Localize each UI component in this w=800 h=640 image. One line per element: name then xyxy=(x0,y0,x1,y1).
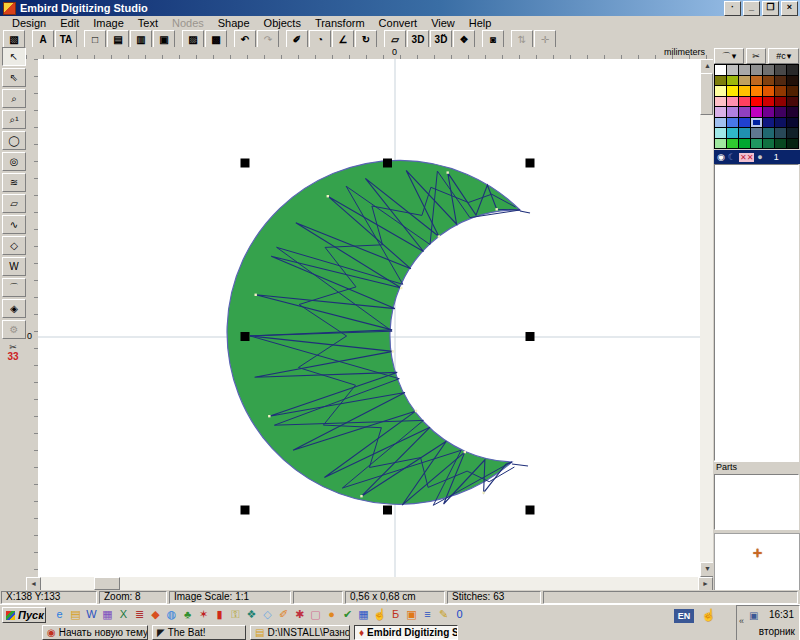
object-list-row[interactable]: ◉ ☾ ✕✕ ● 1 xyxy=(714,150,800,164)
internet-explorer-icon[interactable]: e xyxy=(52,607,67,622)
plant-icon[interactable]: ♣ xyxy=(180,607,195,622)
palette-color-3-3[interactable] xyxy=(751,97,762,107)
ql-icon-7[interactable]: ◆ xyxy=(148,607,163,622)
selection-handle[interactable] xyxy=(526,332,535,341)
palette-color-2-3[interactable] xyxy=(751,86,762,96)
palette-color-2-1[interactable] xyxy=(727,86,738,96)
palette-color-2-4[interactable] xyxy=(763,86,774,96)
horizontal-scroll-thumb[interactable] xyxy=(94,577,120,590)
tray-collapse-icon[interactable]: « xyxy=(739,616,744,626)
palette-color-4-3[interactable] xyxy=(751,107,762,117)
palette-color-6-1[interactable] xyxy=(727,128,738,138)
visibility-eye-icon[interactable]: ◉ xyxy=(717,152,725,162)
task-explorer[interactable]: ▤D:\INSTALL\Разное\Embird xyxy=(250,625,350,640)
palette-color-4-0[interactable] xyxy=(715,107,726,117)
vertical-scroll-thumb[interactable] xyxy=(700,73,713,115)
folder-icon[interactable]: ▤ xyxy=(68,607,83,622)
close-button[interactable]: × xyxy=(781,1,798,16)
palette-color-7-4[interactable] xyxy=(763,139,774,149)
menu-design[interactable]: Design xyxy=(5,17,53,30)
palette-color-7-6[interactable] xyxy=(787,139,798,149)
parts-list[interactable] xyxy=(714,474,799,530)
node-select-tool[interactable]: ⇖ xyxy=(2,68,26,87)
menu-transform[interactable]: Transform xyxy=(308,17,372,30)
design-canvas[interactable] xyxy=(38,59,700,577)
bluetooth-icon[interactable]: 0 xyxy=(452,607,467,622)
menu-objects[interactable]: Objects xyxy=(257,17,308,30)
palette-color-6-3[interactable] xyxy=(751,128,762,138)
palette-color-6-6[interactable] xyxy=(787,128,798,138)
horizontal-scrollbar[interactable]: ◄ ► xyxy=(26,577,713,590)
palette-color-6-2[interactable] xyxy=(739,128,750,138)
tray-clock[interactable]: 16:31 xyxy=(769,609,794,620)
palette-color-1-3[interactable] xyxy=(751,76,762,86)
menu-text[interactable]: Text xyxy=(131,17,165,30)
palette-color-2-5[interactable] xyxy=(775,86,786,96)
object-x-icon[interactable]: ✕✕ xyxy=(739,153,754,162)
border-shape-tool[interactable]: ∿ xyxy=(2,215,26,234)
object-lock-icon[interactable]: ● xyxy=(757,152,762,162)
palette-color-3-0[interactable] xyxy=(715,97,726,107)
selection-handle[interactable] xyxy=(241,506,250,515)
palette-color-1-1[interactable] xyxy=(727,76,738,86)
menu-edit[interactable]: Edit xyxy=(53,17,86,30)
minimize-button[interactable]: _ xyxy=(743,1,760,16)
selection-handle[interactable] xyxy=(241,159,250,168)
menu-image[interactable]: Image xyxy=(86,17,131,30)
palette-color-4-4[interactable] xyxy=(763,107,774,117)
manual-stitch-tool[interactable]: ◈ xyxy=(2,299,26,318)
object-list[interactable] xyxy=(714,164,799,461)
zoom-tool[interactable]: ⌕ xyxy=(2,89,26,108)
column-shape-tool[interactable]: ▱ xyxy=(2,194,26,213)
start-button[interactable]: Пуск xyxy=(2,607,46,623)
palette-color-6-5[interactable] xyxy=(775,128,786,138)
pencil-icon[interactable]: ✐ xyxy=(276,607,291,622)
palette-color-5-1[interactable] xyxy=(727,118,738,128)
palette-color-1-5[interactable] xyxy=(775,76,786,86)
ql-icon-11[interactable]: ▮ xyxy=(212,607,227,622)
palette-color-3-2[interactable] xyxy=(739,97,750,107)
selection-handle[interactable] xyxy=(383,506,392,515)
freehand-lines-tool[interactable]: ≋ xyxy=(2,173,26,192)
palette-color-1-6[interactable] xyxy=(787,76,798,86)
frontpage-icon[interactable]: ▦ xyxy=(100,607,115,622)
palette-color-2-2[interactable] xyxy=(739,86,750,96)
palette-color-5-3[interactable] xyxy=(751,118,762,128)
palette-color-1-4[interactable] xyxy=(763,76,774,86)
snowflake-icon[interactable]: ✱ xyxy=(292,607,307,622)
palette-color-5-5[interactable] xyxy=(775,118,786,128)
palette-color-5-4[interactable] xyxy=(763,118,774,128)
palette-color-6-4[interactable] xyxy=(763,128,774,138)
task-embird[interactable]: ♦Embird Digitizing Stud... xyxy=(354,625,458,640)
palette-color-2-6[interactable] xyxy=(787,86,798,96)
menu-shape[interactable]: Shape xyxy=(211,17,257,30)
menu-convert[interactable]: Convert xyxy=(372,17,425,30)
region-shape-tool[interactable]: ◇ xyxy=(2,236,26,255)
select-tool[interactable]: ↖ xyxy=(2,47,26,66)
excel-icon[interactable]: X xyxy=(116,607,131,622)
star-icon[interactable]: ✶ xyxy=(196,607,211,622)
selection-handle[interactable] xyxy=(526,506,535,515)
palette-color-2-0[interactable] xyxy=(715,86,726,96)
selection-handle[interactable] xyxy=(526,159,535,168)
zigzag-tool[interactable]: W xyxy=(2,257,26,276)
palette-color-0-3[interactable] xyxy=(751,65,762,75)
palette-color-6-0[interactable] xyxy=(715,128,726,138)
palette-color-3-5[interactable] xyxy=(775,97,786,107)
palette-color-4-6[interactable] xyxy=(787,107,798,117)
palette-color-4-5[interactable] xyxy=(775,107,786,117)
outline-shape-tool[interactable]: ◎ xyxy=(2,152,26,171)
word-icon[interactable]: W xyxy=(84,607,99,622)
diamond-icon[interactable]: ◇ xyxy=(260,607,275,622)
selection-handle[interactable] xyxy=(383,159,392,168)
palette-color-5-2[interactable] xyxy=(739,118,750,128)
palette-color-0-4[interactable] xyxy=(763,65,774,75)
palette-icon[interactable]: ❖ xyxy=(244,607,259,622)
palette-color-3-4[interactable] xyxy=(763,97,774,107)
check-icon[interactable]: ✔ xyxy=(340,607,355,622)
palette-color-0-0[interactable] xyxy=(715,65,726,75)
palette-color-7-3[interactable] xyxy=(751,139,762,149)
palette-color-5-6[interactable] xyxy=(787,118,798,128)
task-thebat[interactable]: ◤The Bat! xyxy=(152,625,246,640)
ql-icon-23[interactable]: ▣ xyxy=(404,607,419,622)
